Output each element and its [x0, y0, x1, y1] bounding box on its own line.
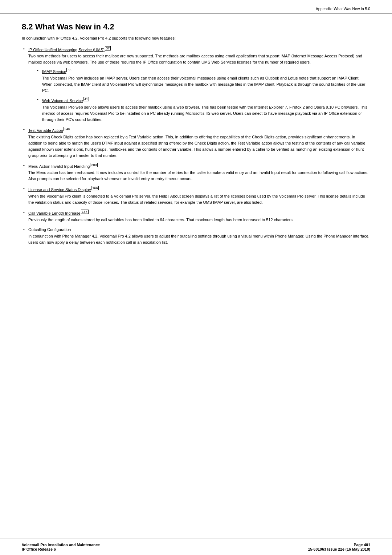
list-item-outcalling: Outcalling Configuration In conjunction …	[22, 227, 370, 246]
ums-page-ref: 37	[105, 46, 111, 50]
call-variable-link[interactable]: Call Variable Length Increase	[28, 211, 81, 215]
ums-sub-list: IMAP Service38 The Voicemail Pro now inc…	[36, 68, 370, 123]
main-list: IP Office Unified Messaging Service (UMS…	[22, 46, 370, 246]
page-footer: Voicemail Pro Installation and Maintenan…	[0, 539, 392, 555]
section-title: 8.2 What Was New in 4.2	[22, 22, 370, 32]
footer-left: Voicemail Pro Installation and Maintenan…	[22, 543, 100, 551]
footer-left-line2: IP Office Release 6	[22, 547, 100, 551]
list-item-test-variable: Test Variable Action246 The existing Che…	[22, 127, 370, 159]
web-voicemail-page-ref: 41	[83, 97, 89, 101]
list-item-imap: IMAP Service38 The Voicemail Pro now inc…	[36, 68, 370, 94]
menu-action-link[interactable]: Menu Action Invalid Input Handling	[28, 164, 90, 168]
license-link[interactable]: License and Service Status Display	[28, 187, 91, 192]
footer-right-line1: Page 401	[308, 543, 370, 547]
license-page-ref: 166	[91, 186, 99, 190]
list-item-ums: IP Office Unified Messaging Service (UMS…	[22, 46, 370, 123]
page-content: 8.2 What Was New in 4.2 In conjunction w…	[0, 13, 392, 539]
imap-link[interactable]: IMAP Service	[42, 69, 66, 74]
list-item-web-voicemail: Web Voicemail Service41 The Voicemail Pr…	[36, 97, 370, 123]
list-item-license: License and Service Status Display166 Wh…	[22, 186, 370, 206]
ums-link[interactable]: IP Office Unified Messaging Service (UMS…	[28, 47, 105, 52]
list-item-call-variable: Call Variable Length Increase157 Previou…	[22, 210, 370, 223]
list-item-menu-action: Menu Action Invalid Input Handling200 Th…	[22, 163, 370, 182]
footer-right-line2: 15-601063 Issue 22e (16 May 2010)	[308, 547, 370, 551]
intro-text: In conjunction with IP Office 4.2, Voice…	[22, 35, 370, 41]
page-container: Appendix: What Was New in 5.0 8.2 What W…	[0, 0, 392, 555]
outcalling-description: In conjunction with Phone Manager 4.2, V…	[28, 233, 370, 246]
header-text: Appendix: What Was New in 5.0	[316, 7, 370, 11]
test-variable-link[interactable]: Test Variable Action	[28, 128, 63, 133]
menu-action-description: The Menu action has been enhanced. It no…	[28, 170, 370, 182]
web-voicemail-link[interactable]: Web Voicemail Service	[42, 98, 83, 103]
outcalling-label: Outcalling Configuration	[28, 227, 71, 232]
footer-left-line1: Voicemail Pro Installation and Maintenan…	[22, 543, 100, 547]
footer-right: Page 401 15-601063 Issue 22e (16 May 201…	[308, 543, 370, 551]
menu-action-page-ref: 200	[90, 163, 98, 167]
call-variable-page-ref: 157	[81, 210, 89, 214]
call-variable-description: Previously the length of values stored b…	[28, 217, 370, 223]
imap-page-ref: 38	[66, 68, 72, 72]
test-variable-page-ref: 246	[64, 127, 71, 131]
imap-description: The Voicemail Pro now includes an IMAP s…	[42, 75, 370, 94]
web-voicemail-description: The Voicemail Pro web service allows use…	[42, 104, 370, 123]
license-description: When the Voicemail Pro client is connect…	[28, 193, 370, 206]
test-variable-description: The existing Check Digits action has bee…	[28, 134, 370, 159]
page-header: Appendix: What Was New in 5.0	[0, 0, 392, 13]
ums-description: Two new methods for users to access thei…	[28, 53, 370, 65]
